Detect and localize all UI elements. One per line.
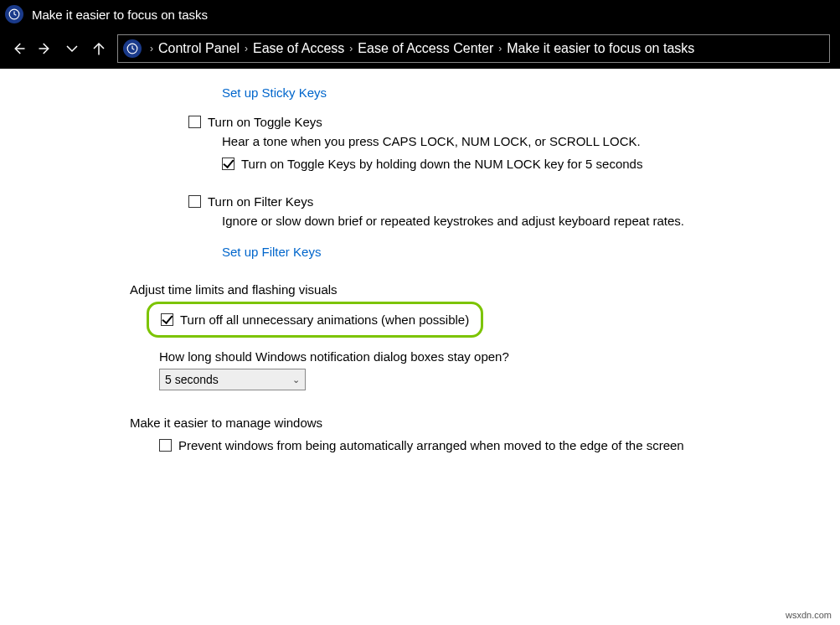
filter-keys-label: Turn on Filter Keys — [208, 194, 313, 209]
highlighted-option: Turn off all unnecessary animations (whe… — [147, 302, 483, 338]
toggle-keys-numlock-row[interactable]: Turn on Toggle Keys by holding down the … — [222, 157, 807, 171]
breadcrumb-current: Make it easier to focus on tasks — [507, 41, 694, 56]
up-button[interactable] — [85, 35, 112, 62]
toggle-keys-desc: Hear a tone when you press CAPS LOCK, NU… — [222, 134, 807, 148]
toggle-keys-numlock-label: Turn on Toggle Keys by holding down the … — [241, 157, 642, 171]
toggle-keys-label: Turn on Toggle Keys — [208, 115, 322, 129]
breadcrumb-ease-of-access[interactable]: Ease of Access — [253, 41, 344, 56]
breadcrumb-control-panel[interactable]: Control Panel — [158, 41, 240, 56]
section-adjust-time-limits: Adjust time limits and flashing visuals — [130, 282, 807, 297]
prevent-arrange-row[interactable]: Prevent windows from being automatically… — [159, 438, 807, 452]
section-manage-windows: Make it easier to manage windows — [130, 416, 807, 430]
chevron-right-icon[interactable]: › — [498, 43, 502, 54]
checkbox-checked-icon[interactable] — [222, 158, 234, 170]
turn-off-animations-label: Turn off all unnecessary animations (whe… — [180, 312, 469, 327]
forward-button[interactable] — [32, 35, 59, 62]
address-bar[interactable]: › Control Panel › Ease of Access › Ease … — [117, 34, 830, 63]
notification-duration-value: 5 seconds — [165, 373, 219, 386]
set-up-filter-keys-link[interactable]: Set up Filter Keys — [222, 245, 321, 259]
title-bar: Make it easier to focus on tasks — [0, 0, 840, 28]
toggle-keys-row[interactable]: Turn on Toggle Keys — [188, 115, 807, 129]
content-area: Set up Sticky Keys Turn on Toggle Keys H… — [0, 69, 840, 469]
notification-duration-select[interactable]: 5 seconds ⌄ — [159, 369, 306, 390]
chevron-right-icon[interactable]: › — [245, 43, 248, 54]
recent-dropdown[interactable] — [59, 35, 85, 62]
window-title: Make it easier to focus on tasks — [32, 8, 208, 22]
checkbox-unchecked-icon[interactable] — [188, 195, 201, 208]
filter-keys-row[interactable]: Turn on Filter Keys — [188, 194, 807, 209]
checkbox-unchecked-icon[interactable] — [188, 116, 201, 128]
ease-of-access-icon — [123, 39, 142, 58]
chevron-down-icon: ⌄ — [292, 374, 300, 385]
notification-duration-question: How long should Windows notification dia… — [159, 349, 807, 364]
chevron-right-icon[interactable]: › — [349, 43, 353, 54]
chevron-right-icon[interactable]: › — [150, 43, 153, 54]
checkbox-unchecked-icon[interactable] — [159, 439, 172, 452]
ease-of-access-icon — [5, 5, 23, 23]
back-button[interactable] — [5, 35, 32, 62]
set-up-sticky-keys-link[interactable]: Set up Sticky Keys — [222, 85, 327, 100]
prevent-arrange-label: Prevent windows from being automatically… — [178, 438, 684, 452]
breadcrumb-ease-of-access-center[interactable]: Ease of Access Center — [358, 41, 493, 56]
nav-bar: › Control Panel › Ease of Access › Ease … — [0, 28, 840, 69]
checkbox-checked-icon[interactable] — [161, 313, 173, 326]
filter-keys-desc: Ignore or slow down brief or repeated ke… — [222, 214, 807, 228]
